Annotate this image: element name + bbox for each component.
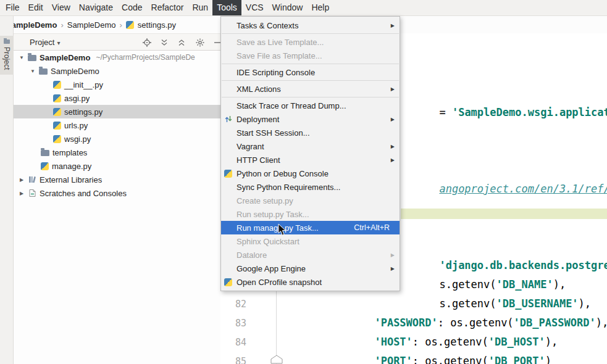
code-line: 'PASSWORD': os.getenv('DB_PASSWORD'), [337,295,607,313]
menu-item-label: Open CProfile snapshot [237,278,395,287]
menubar-item-run[interactable]: Run [188,0,212,15]
tool-window-tab-project[interactable]: Project [0,36,14,75]
menu-item-create-setup-py: Create setup.py [221,194,400,207]
code-line: 'django.db.backends.postgresql [401,238,607,256]
menu-item-save-file-as-template: Save File as Template... [221,49,400,62]
tree-item-label: urls.py [64,121,88,130]
gutter-line-number: 82 [220,295,246,313]
tools-dropdown-menu: Tasks & Contexts Save as Live Template..… [220,16,400,291]
tree-item-manage-py[interactable]: manage.py [14,159,220,173]
menu-item-http-client[interactable]: HTTP Client [221,153,400,167]
python-file-icon [41,162,49,170]
chevron-collapsed-icon[interactable] [19,191,25,196]
tree-item-init-py[interactable]: __init__.py [14,78,220,91]
chevron-collapsed-icon[interactable] [19,177,25,183]
code-line: } [309,352,353,364]
code-string: 'PORT' [374,355,412,364]
menu-item-open-cprofile-snapshot[interactable]: Open CProfile snapshot [221,275,400,289]
menu-item-label: Datalore [237,250,388,260]
tree-item-label: Scratches and Consoles [40,189,127,198]
menu-item-label: Create setup.py [237,196,395,205]
folder-icon [41,150,49,156]
tree-item-path: ~/PycharmProjects/SampleDe [96,53,195,62]
deployment-icon [224,115,237,123]
locate-file-button[interactable] [142,38,152,48]
python-file-icon [53,94,61,102]
menubar-item-edit[interactable]: Edit [24,0,48,15]
tree-item-label: External Libraries [40,175,102,184]
menu-item-sync-python-requirements[interactable]: Sync Python Requirements... [221,180,400,194]
gutter-line-number: 83 [220,314,246,333]
submenu-arrow-icon [388,157,395,163]
chevron-expanded-icon[interactable] [30,68,36,74]
menubar-item-help[interactable]: Help [307,0,333,15]
menubar-item-file[interactable]: File [1,0,24,15]
code-text: ) [545,355,551,364]
menu-item-vagrant[interactable]: Vagrant [221,139,400,153]
menubar-item-view[interactable]: View [48,0,75,15]
project-panel-title[interactable]: Project▾ [30,38,61,47]
code-string: 'DB_PORT' [488,355,545,364]
code-line: angoproject.com/en/3.1/ref/sett [401,161,607,180]
menubar-item-refactor[interactable]: Refactor [147,0,188,15]
code-line: 'PORT': os.getenv('DB_PORT') [337,333,551,352]
menu-item-deployment[interactable]: Deployment [221,112,400,126]
menu-item-start-ssh-session[interactable]: Start SSH Session... [221,126,400,139]
breadcrumb-item[interactable]: SampleDemo [6,20,57,30]
menu-item-label: IDE Scripting Console [237,68,395,77]
menubar-item-tools[interactable]: Tools [212,0,241,15]
menu-item-label: Save File as Template... [237,51,395,60]
tree-item-urls-py[interactable]: urls.py [14,118,220,132]
menu-item-label: Python or Debug Console [237,169,395,178]
submenu-arrow-icon [388,86,395,92]
menu-item-label: Tasks & Contexts [237,21,388,30]
breadcrumb-item[interactable]: settings.py [138,20,176,30]
tree-item-package-sampledemo[interactable]: SampleDemo [14,64,220,78]
tree-item-root-sampledemo[interactable]: SampleDemo ~/PycharmProjects/SampleDe [14,51,220,64]
expand-all-button[interactable] [159,38,169,48]
project-icon [4,39,10,44]
menu-item-label: Run setup.py Task... [237,210,395,219]
menu-item-xml-actions[interactable]: XML Actions [221,82,400,96]
tree-item-settings-py[interactable]: settings.py [14,105,220,118]
collapse-all-button[interactable] [177,38,186,48]
menu-item-run-manage-py-task[interactable]: Run manage.py Task...Ctrl+Alt+R [221,221,400,234]
menu-item-ide-scripting-console[interactable]: IDE Scripting Console [221,65,400,79]
project-panel-header: Project▾ [14,33,220,51]
settings-gear-icon[interactable] [195,38,205,48]
fold-marker-icon [270,355,283,364]
menu-item-google-app-engine[interactable]: Google App Engine [221,262,400,275]
menu-item-stack-trace-or-thread-dump[interactable]: Stack Trace or Thread Dump... [221,99,400,112]
breadcrumb-separator-icon: › [61,20,63,30]
tree-item-scratches-and-consoles[interactable]: Scratches and Consoles [14,186,220,200]
tree-item-asgi-py[interactable]: asgi.py [14,91,220,105]
breadcrumb-item[interactable]: SampleDemo [67,20,116,30]
tree-item-external-libraries[interactable]: External Libraries [14,173,220,186]
tool-window-tab-label: Project [2,47,11,70]
tree-item-label: __init__.py [64,80,103,89]
menu-item-sphinx-quickstart: Sphinx Quickstart [221,234,400,248]
python-file-icon [53,108,61,116]
menu-item-label: XML Actions [237,85,388,94]
menu-item-run-setup-py-task: Run setup.py Task... [221,207,400,221]
pycharm-window: File Edit View Navigate Code Refactor Ru… [0,0,607,364]
scratches-icon [28,189,36,197]
tree-item-wsgi-py[interactable]: wsgi.py [14,132,220,146]
chevron-expanded-icon[interactable] [19,55,25,60]
menubar-item-code[interactable]: Code [117,0,146,15]
code-string: 'SampleDemo.wsgi.application' [452,106,607,118]
menubar-item-vcs[interactable]: VCS [241,0,268,15]
python-file-icon [53,81,61,89]
menu-item-label: Vagrant [237,142,388,151]
menubar-item-window[interactable]: Window [268,0,308,15]
tree-item-templates[interactable]: templates [14,146,220,159]
menu-item-label: Google App Engine [237,264,388,273]
menubar-item-navigate[interactable]: Navigate [75,0,117,15]
code-text: = [439,106,451,118]
cprofile-icon [224,278,237,286]
menu-item-label: Stack Trace or Thread Dump... [237,101,395,110]
menu-item-tasks-and-contexts[interactable]: Tasks & Contexts [221,19,400,32]
project-panel-title-label: Project [30,38,54,47]
menu-separator [222,64,399,64]
menu-item-python-or-debug-console[interactable]: Python or Debug Console [221,167,400,180]
